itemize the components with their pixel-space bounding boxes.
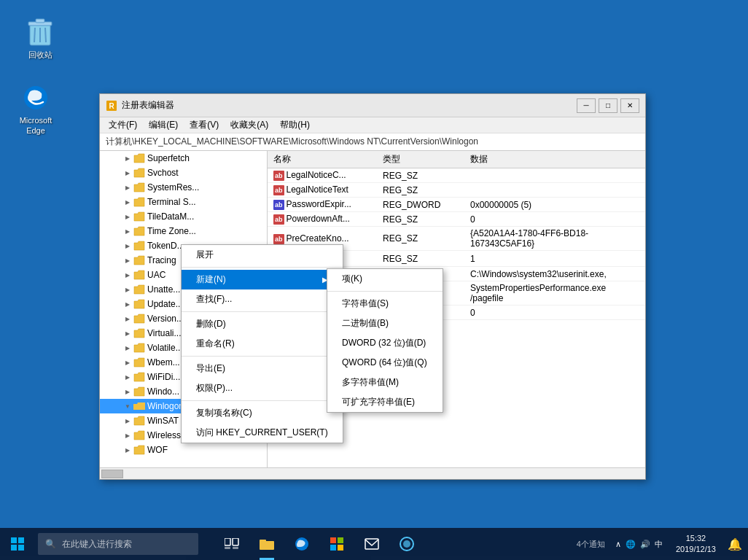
svg-line-3 bbox=[34, 28, 35, 42]
svg-rect-11 bbox=[11, 545, 17, 551]
submenu-item-key[interactable]: 项(K) bbox=[327, 269, 443, 289]
tree-item[interactable]: ▶ WOF bbox=[100, 443, 267, 457]
volume-icon[interactable]: 🔊 bbox=[640, 540, 650, 549]
search-bar[interactable]: 🔍 在此键入进行搜索 bbox=[38, 533, 198, 555]
window-title: 注册表编辑器 bbox=[122, 99, 577, 112]
menu-file[interactable]: 文件(F) bbox=[103, 117, 143, 133]
menu-bar: 文件(F) 编辑(E) 查看(V) 收藏夹(A) 帮助(H) bbox=[100, 117, 645, 133]
svg-rect-15 bbox=[225, 547, 230, 549]
ctx-item-find[interactable]: 查找(F)... bbox=[182, 289, 343, 309]
context-menu: 展开 新建(N) ▶ 查找(F)... 删除(D) 重命名(R) 导出(E) 权… bbox=[181, 244, 343, 443]
tree-item[interactable]: ▶ Superfetch bbox=[100, 151, 267, 166]
search-icon: 🔍 bbox=[45, 539, 56, 549]
system-tray: 4个通知 ∧ 🌐 🔊 中 15:32 2019/12/13 🔔 bbox=[574, 528, 748, 560]
edge-taskbar-btn[interactable] bbox=[286, 528, 318, 560]
store-btn[interactable] bbox=[321, 528, 353, 560]
input-method-icon[interactable]: 中 bbox=[655, 539, 663, 550]
table-row[interactable]: abLegalNoticeText REG_SZ bbox=[268, 183, 645, 198]
col-type: 类型 bbox=[377, 151, 464, 168]
ctx-item-export[interactable]: 导出(E) bbox=[182, 359, 343, 378]
svg-rect-20 bbox=[330, 537, 336, 543]
clock[interactable]: 15:32 2019/12/13 bbox=[670, 533, 722, 556]
ctx-item-access-hkcu[interactable]: 访问 HKEY_CURRENT_USER(T) bbox=[182, 423, 343, 443]
tray-icons: ∧ 🌐 🔊 中 bbox=[608, 539, 670, 550]
recycle-bin-icon[interactable]: 回收站 bbox=[15, 15, 66, 63]
svg-rect-2 bbox=[36, 19, 44, 23]
recycle-bin-label: 回收站 bbox=[28, 50, 52, 60]
tree-item[interactable]: ▶ TileDataM... bbox=[100, 209, 267, 224]
svg-rect-14 bbox=[233, 538, 238, 545]
svg-point-26 bbox=[403, 540, 410, 548]
task-view-button[interactable] bbox=[216, 528, 248, 560]
svg-rect-12 bbox=[18, 545, 24, 551]
ctx-item-delete[interactable]: 删除(D) bbox=[182, 314, 343, 334]
menu-help[interactable]: 帮助(H) bbox=[274, 117, 316, 133]
cortana-btn[interactable] bbox=[391, 528, 423, 560]
close-button[interactable]: ✕ bbox=[620, 98, 639, 113]
submenu-item-string[interactable]: 字符串值(S) bbox=[327, 294, 443, 314]
submenu-item-binary[interactable]: 二进制值(B) bbox=[327, 314, 443, 333]
edge-icon[interactable]: Microsoft Edge bbox=[10, 80, 61, 139]
mail-btn[interactable] bbox=[356, 528, 388, 560]
taskbar: 🔍 在此键入进行搜索 bbox=[0, 528, 748, 560]
minimize-button[interactable]: ─ bbox=[577, 98, 596, 113]
ctx-item-permissions[interactable]: 权限(P)... bbox=[182, 378, 343, 398]
address-bar[interactable]: 计算机\HKEY_LOCAL_MACHINE\SOFTWARE\Microsof… bbox=[100, 133, 645, 151]
svg-rect-23 bbox=[338, 545, 343, 551]
col-name: 名称 bbox=[268, 151, 377, 168]
tree-item[interactable]: ▶ Time Zone... bbox=[100, 224, 267, 238]
svg-rect-9 bbox=[11, 537, 17, 543]
start-button[interactable] bbox=[0, 528, 35, 560]
submenu: 项(K) 字符串值(S) 二进制值(B) DWORD (32 位)值(D) QW… bbox=[327, 268, 443, 413]
ctx-item-expand[interactable]: 展开 bbox=[182, 245, 343, 265]
maximize-button[interactable]: □ bbox=[599, 98, 618, 113]
ctx-item-new[interactable]: 新建(N) ▶ bbox=[182, 270, 343, 289]
title-bar: R 注册表编辑器 ─ □ ✕ bbox=[100, 94, 645, 117]
menu-view[interactable]: 查看(V) bbox=[184, 117, 225, 133]
table-row[interactable]: abPasswordExpir... REG_DWORD 0x00000005 … bbox=[268, 198, 645, 212]
edge-icon-label: Microsoft Edge bbox=[13, 115, 58, 136]
svg-rect-18 bbox=[260, 540, 266, 542]
chevron-icon[interactable]: ∧ bbox=[615, 540, 621, 549]
svg-rect-22 bbox=[330, 545, 336, 551]
svg-rect-21 bbox=[338, 537, 343, 543]
svg-line-5 bbox=[45, 28, 46, 42]
ctx-item-rename[interactable]: 重命名(R) bbox=[182, 334, 343, 354]
col-data: 数据 bbox=[464, 151, 645, 168]
svg-rect-24 bbox=[365, 539, 378, 549]
notification-area[interactable]: 4个通知 bbox=[574, 539, 608, 550]
address-text: 计算机\HKEY_LOCAL_MACHINE\SOFTWARE\Microsof… bbox=[106, 136, 478, 148]
svg-rect-10 bbox=[18, 537, 24, 543]
submenu-item-qword[interactable]: QWORD (64 位)值(Q) bbox=[327, 353, 443, 373]
submenu-item-expandable[interactable]: 可扩充字符串值(E) bbox=[327, 392, 443, 412]
ctx-item-copy-name[interactable]: 复制项名称(C) bbox=[182, 403, 343, 423]
table-row[interactable]: abLegalNoticeC... REG_SZ bbox=[268, 168, 645, 183]
notification-text: 4个通知 bbox=[577, 539, 605, 550]
menu-edit[interactable]: 编辑(E) bbox=[143, 117, 184, 133]
submenu-item-dword[interactable]: DWORD (32 位)值(D) bbox=[327, 333, 443, 353]
notification-bell[interactable]: 🔔 bbox=[722, 537, 748, 551]
search-placeholder: 在此键入进行搜索 bbox=[62, 538, 132, 551]
clock-date: 2019/12/13 bbox=[676, 544, 716, 555]
table-row[interactable]: abPowerdownAft... REG_SZ 0 bbox=[268, 212, 645, 227]
menu-favorites[interactable]: 收藏夹(A) bbox=[225, 117, 274, 133]
clock-time: 15:32 bbox=[686, 533, 706, 544]
file-explorer-btn[interactable] bbox=[251, 528, 283, 560]
tree-item[interactable]: ▶ Terminal S... bbox=[100, 195, 267, 209]
svg-text:R: R bbox=[109, 102, 114, 110]
svg-rect-13 bbox=[225, 538, 230, 545]
tree-item[interactable]: ▶ Svchost bbox=[100, 166, 267, 180]
tree-item[interactable]: ▶ SystemRes... bbox=[100, 180, 267, 195]
submenu-item-multi[interactable]: 多字符串值(M) bbox=[327, 373, 443, 392]
svg-rect-16 bbox=[233, 547, 238, 549]
network-icon[interactable]: 🌐 bbox=[626, 540, 636, 549]
